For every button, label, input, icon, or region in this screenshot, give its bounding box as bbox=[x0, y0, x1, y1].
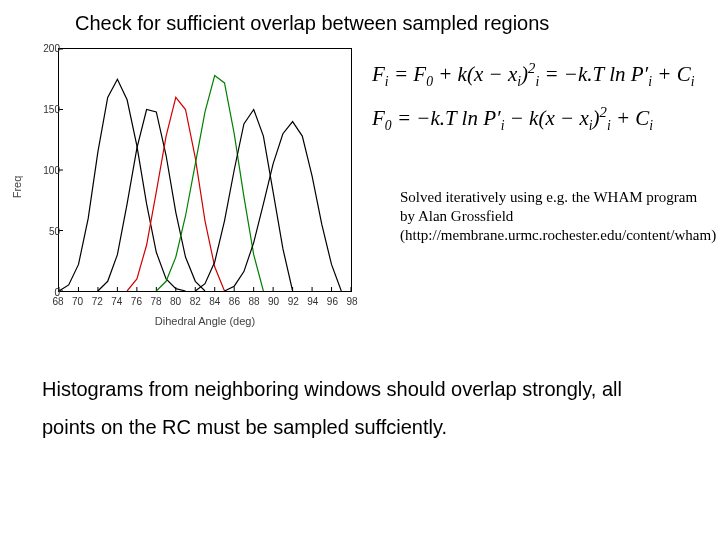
x-tick: 78 bbox=[150, 296, 161, 307]
x-tick: 98 bbox=[346, 296, 357, 307]
x-tick: 74 bbox=[111, 296, 122, 307]
x-tick: 86 bbox=[229, 296, 240, 307]
x-tick: 92 bbox=[288, 296, 299, 307]
x-tick: 82 bbox=[190, 296, 201, 307]
page-title: Check for sufficient overlap between sam… bbox=[75, 12, 549, 35]
y-tick: 200 bbox=[43, 43, 60, 54]
x-tick: 76 bbox=[131, 296, 142, 307]
solved-note: Solved iteratively using e.g. the WHAM p… bbox=[400, 188, 700, 244]
x-tick: 72 bbox=[92, 296, 103, 307]
y-tick: 100 bbox=[43, 165, 60, 176]
x-tick: 80 bbox=[170, 296, 181, 307]
x-tick: 94 bbox=[307, 296, 318, 307]
x-tick: 88 bbox=[248, 296, 259, 307]
y-axis-label: Freq bbox=[11, 175, 23, 198]
x-axis-label: Dihedral Angle (deg) bbox=[58, 315, 352, 327]
x-tick: 84 bbox=[209, 296, 220, 307]
chart-svg bbox=[59, 49, 351, 291]
equation-2: F0 = −k.T ln P′i − k(x − xi)2i + Ci bbox=[372, 104, 708, 134]
y-tick: 50 bbox=[49, 226, 60, 237]
y-tick: 150 bbox=[43, 104, 60, 115]
histogram-chart: Freq Dihedral Angle (deg) 05010015020068… bbox=[10, 44, 360, 329]
equation-1: Fi = F0 + k(x − xi)2i = −k.T ln P′i + Ci bbox=[372, 60, 708, 90]
plot-area bbox=[58, 48, 352, 292]
bottom-text: Histograms from neighboring windows shou… bbox=[42, 370, 680, 446]
x-tick: 70 bbox=[72, 296, 83, 307]
x-tick: 96 bbox=[327, 296, 338, 307]
equations-block: Fi = F0 + k(x − xi)2i = −k.T ln P′i + Ci… bbox=[372, 60, 708, 148]
x-tick: 68 bbox=[52, 296, 63, 307]
x-tick: 90 bbox=[268, 296, 279, 307]
